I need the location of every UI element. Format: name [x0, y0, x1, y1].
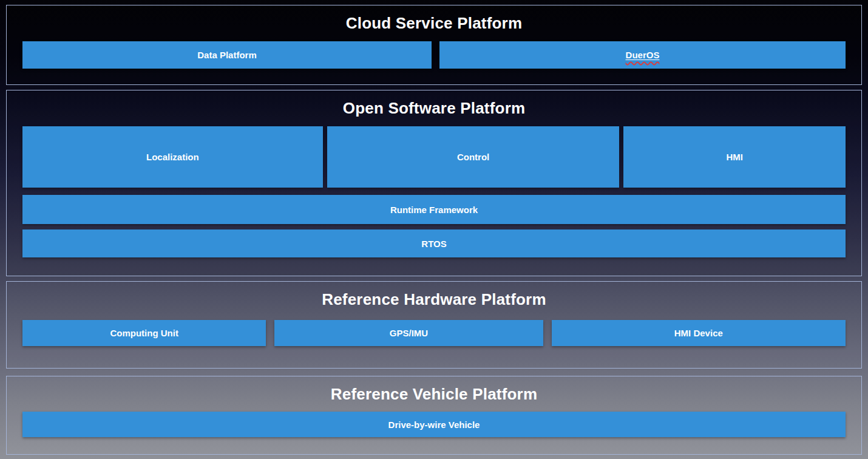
hardware-section-title: Reference Hardware Platform: [22, 290, 846, 309]
box-localization-label: Localization: [146, 152, 199, 162]
hardware-boxes-row: Computing Unit GPS/IMU HMI Device: [22, 320, 846, 346]
vehicle-boxes-row: Drive-by-wire Vehicle: [22, 412, 846, 437]
box-dueros: DuerOS: [439, 41, 846, 69]
box-rtos-label: RTOS: [421, 239, 446, 249]
box-runtime-framework: Runtime Framework: [22, 195, 846, 224]
section-cloud-service-platform: Cloud Service Platform Data Platform Due…: [6, 5, 862, 85]
box-hmi-device-label: HMI Device: [674, 328, 723, 338]
box-data-platform: Data Platform: [22, 41, 432, 69]
box-computing-unit-label: Computing Unit: [110, 328, 178, 338]
box-localization: Localization: [22, 126, 323, 188]
box-hmi-label: HMI: [726, 152, 743, 162]
box-gps-imu: GPS/IMU: [274, 320, 543, 346]
box-dueros-label: DuerOS: [626, 50, 660, 60]
box-gps-imu-label: GPS/IMU: [390, 328, 428, 338]
architecture-diagram: Cloud Service Platform Data Platform Due…: [0, 0, 868, 459]
box-data-platform-label: Data Platform: [197, 50, 257, 60]
box-computing-unit: Computing Unit: [22, 320, 266, 346]
spellcheck-underline: DuerOS: [626, 50, 660, 60]
box-runtime-framework-label: Runtime Framework: [390, 205, 478, 215]
software-boxes-row: Localization Control HMI: [22, 126, 846, 188]
section-reference-vehicle-platform: Reference Vehicle Platform Drive-by-wire…: [6, 376, 862, 455]
vehicle-section-title: Reference Vehicle Platform: [22, 385, 846, 404]
box-control: Control: [327, 126, 620, 188]
section-open-software-platform: Open Software Platform Localization Cont…: [6, 90, 862, 276]
box-drive-by-wire-vehicle-label: Drive-by-wire Vehicle: [388, 420, 480, 430]
box-hmi-device: HMI Device: [552, 320, 846, 346]
section-reference-hardware-platform: Reference Hardware Platform Computing Un…: [6, 281, 862, 369]
box-control-label: Control: [457, 152, 489, 162]
box-drive-by-wire-vehicle: Drive-by-wire Vehicle: [22, 412, 846, 437]
box-rtos: RTOS: [22, 229, 846, 257]
cloud-boxes-row: Data Platform DuerOS: [22, 41, 846, 69]
runtime-framework-row: Runtime Framework: [22, 195, 846, 224]
cloud-section-title: Cloud Service Platform: [22, 14, 846, 33]
box-hmi: HMI: [623, 126, 846, 188]
software-section-title: Open Software Platform: [22, 99, 846, 118]
rtos-row: RTOS: [22, 229, 846, 257]
